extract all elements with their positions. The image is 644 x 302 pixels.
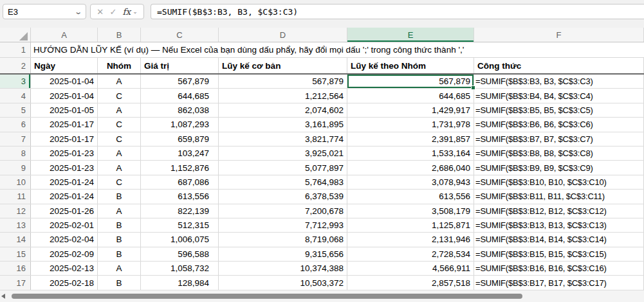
row-number[interactable]: 5 [0, 103, 31, 117]
cell-cumulative[interactable]: 9,315,656 [219, 247, 347, 261]
cell-date[interactable]: 2025-01-23 [31, 147, 98, 160]
scrollbar-thumb[interactable] [12, 294, 522, 299]
cell-group[interactable]: A [98, 161, 141, 174]
cell-cumulative-by-group[interactable]: 3,508,179 [347, 204, 474, 218]
select-all-corner[interactable] [0, 28, 31, 42]
cell-group[interactable]: A [98, 147, 141, 160]
column-header-e[interactable]: E [347, 28, 474, 42]
formula-input[interactable]: =SUMIF($B$3:B3, B3, $C$3:C3) [151, 4, 644, 19]
cell-value[interactable]: 1,152,876 [141, 161, 219, 174]
cell-value[interactable]: 128,984 [141, 276, 219, 289]
cell-group[interactable]: A [98, 262, 141, 275]
cell-value[interactable]: 687,086 [141, 175, 219, 189]
cell-date[interactable]: 2025-02-04 [31, 233, 98, 246]
cell-value[interactable]: 659,879 [141, 132, 219, 146]
cell-cumulative[interactable]: 3,161,895 [219, 118, 347, 131]
cell-cumulative-by-group[interactable]: 1,533,164 [347, 147, 474, 160]
column-header-a[interactable]: A [31, 28, 98, 42]
cell-formula-text[interactable]: =SUMIF($B$3:B16, B16, $C$3:C16) [474, 262, 644, 275]
cell-date[interactable]: 2025-02-18 [31, 276, 98, 289]
row-number[interactable]: 16 [0, 262, 31, 275]
cell-formula-text[interactable]: =SUMIF($B$3:B11, B11, $C$3:C11) [474, 190, 644, 203]
horizontal-scrollbar[interactable] [0, 290, 644, 302]
cell-cumulative[interactable]: 567,879 [219, 75, 347, 88]
cell-cumulative-by-group[interactable]: 2,728,534 [347, 247, 474, 261]
cell-date[interactable]: 2025-02-09 [31, 247, 98, 261]
cell-date[interactable]: 2025-01-05 [31, 103, 98, 117]
row-number[interactable]: 12 [0, 204, 31, 218]
row-number[interactable]: 4 [0, 89, 31, 102]
cell-formula-text[interactable]: =SUMIF($B$3:B14, B14, $C$3:C14) [474, 233, 644, 246]
cell-value[interactable]: 596,588 [141, 247, 219, 261]
cell-formula-text[interactable]: =SUMIF($B$3:B9, B9, $C$3:C9) [474, 161, 644, 174]
cell-cumulative-by-group[interactable]: 2,131,946 [347, 233, 474, 246]
cell-date[interactable]: 2025-02-13 [31, 262, 98, 275]
chevron-down-icon[interactable]: ⌄ [74, 8, 82, 15]
cell-formula-text[interactable]: =SUMIF($B$3:B4, B4, $C$3:C4) [474, 89, 644, 102]
cell-cumulative[interactable]: 6,378,539 [219, 190, 347, 203]
cell-value[interactable]: 1,087,293 [141, 118, 219, 131]
cell-cumulative-by-group[interactable]: 613,556 [347, 190, 474, 203]
cell-group[interactable]: A [98, 204, 141, 218]
cell-value[interactable]: 1,058,732 [141, 262, 219, 275]
cell-date[interactable]: 2025-01-23 [31, 161, 98, 174]
row-number[interactable]: 2 [0, 58, 31, 73]
row-number[interactable]: 15 [0, 247, 31, 261]
cell-cumulative-by-group[interactable]: 2,391,857 [347, 132, 474, 146]
cell-value[interactable]: 862,038 [141, 103, 219, 117]
insert-function-icon[interactable]: fx⌄ [123, 6, 138, 17]
scroll-left-icon[interactable] [1, 294, 5, 299]
cell-formula-text[interactable]: =SUMIF($B$3:B5, B5, $C$3:C5) [474, 103, 644, 117]
cell-value[interactable]: 644,685 [141, 89, 219, 102]
cell-cumulative[interactable]: 1,212,564 [219, 89, 347, 102]
header-cell-date[interactable]: Ngày [31, 58, 98, 73]
cell-group[interactable]: C [98, 132, 141, 146]
cell-formula-text[interactable]: =SUMIF($B$3:B17, B17, $C$3:C17) [474, 276, 644, 289]
column-header-c[interactable]: C [141, 28, 219, 42]
cell-formula-text[interactable]: =SUMIF($B$3:B6, B6, $C$3:C6) [474, 118, 644, 131]
header-cell-formula[interactable]: Công thức [474, 58, 644, 73]
cell-cumulative[interactable]: 10,503,372 [219, 276, 347, 289]
cell-group[interactable]: B [98, 190, 141, 203]
row-number[interactable]: 11 [0, 190, 31, 203]
cell-value[interactable]: 822,139 [141, 204, 219, 218]
cell-cumulative[interactable]: 5,077,897 [219, 161, 347, 174]
row-number[interactable]: 14 [0, 233, 31, 246]
cell-formula-text[interactable]: =SUMIF($B$3:B7, B7, $C$3:C7) [474, 132, 644, 146]
cell-formula-text[interactable]: =SUMIF($B$3:B3, B3, $C$3:C3) [474, 75, 644, 88]
note-cell[interactable]: HƯỚNG DẪN LŨY KẾ (ví dụ) — Nếu Excel của… [31, 42, 644, 57]
column-header-b[interactable]: B [98, 28, 141, 42]
cell-cumulative[interactable]: 8,719,068 [219, 233, 347, 246]
cell-group[interactable]: A [98, 103, 141, 117]
cell-date[interactable]: 2025-01-24 [31, 175, 98, 189]
cell-group[interactable]: B [98, 276, 141, 289]
cell-date[interactable]: 2025-01-04 [31, 89, 98, 102]
cell-group[interactable]: C [98, 89, 141, 102]
cell-date[interactable]: 2025-01-24 [31, 190, 98, 203]
cell-group[interactable]: B [98, 247, 141, 261]
cell-group[interactable]: C [98, 118, 141, 131]
cell-cumulative[interactable]: 10,374,388 [219, 262, 347, 275]
enter-icon[interactable]: ✓ [109, 7, 116, 17]
header-cell-cumulative-group[interactable]: Lũy kế theo Nhóm [347, 58, 474, 73]
header-cell-group[interactable]: Nhóm [98, 58, 141, 73]
cell-cumulative-by-group[interactable]: 3,078,943 [347, 175, 474, 189]
cell-date[interactable]: 2025-01-04 [31, 75, 98, 88]
cell-formula-text[interactable]: =SUMIF($B$3:B15, B15, $C$3:C15) [474, 247, 644, 261]
cell-cumulative[interactable]: 7,200,678 [219, 204, 347, 218]
cell-group[interactable]: C [98, 175, 141, 189]
cell-value[interactable]: 103,247 [141, 147, 219, 160]
cell-cumulative[interactable]: 2,074,602 [219, 103, 347, 117]
cell-cumulative-by-group-active[interactable]: 567,879 [347, 75, 474, 88]
cell-cumulative-by-group[interactable]: 1,125,871 [347, 218, 474, 232]
cell-value[interactable]: 512,315 [141, 218, 219, 232]
header-cell-value[interactable]: Giá trị [141, 58, 219, 73]
column-header-f[interactable]: F [474, 28, 644, 42]
cell-value[interactable]: 613,556 [141, 190, 219, 203]
cell-cumulative-by-group[interactable]: 2,857,518 [347, 276, 474, 289]
row-number[interactable]: 10 [0, 175, 31, 189]
cell-date[interactable]: 2025-01-26 [31, 204, 98, 218]
cell-cumulative-by-group[interactable]: 2,686,040 [347, 161, 474, 174]
cell-cumulative-by-group[interactable]: 1,731,978 [347, 118, 474, 131]
cell-formula-text[interactable]: =SUMIF($B$3:B13, B13, $C$3:C13) [474, 218, 644, 232]
